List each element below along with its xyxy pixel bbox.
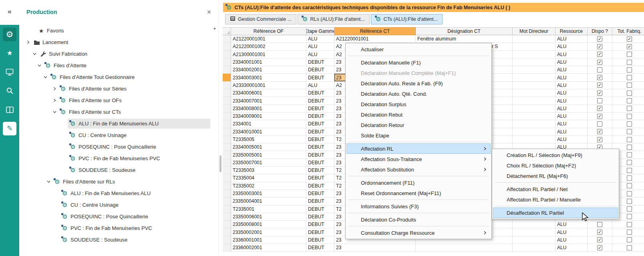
tree-item[interactable]: ⚙ALU : Fin de Fab Menuiseries ALU [19, 187, 212, 199]
signature-pen-icon[interactable]: ✎ [0, 119, 19, 138]
table-row[interactable]: A21220001001ALUA21220001001Fenêtre alumi… [223, 35, 644, 43]
menu-item[interactable]: Déclaration Auto. Reste à Fab. (F9) [346, 78, 491, 89]
row-selector[interactable] [223, 159, 231, 167]
checkbox[interactable]: ✓ [597, 52, 602, 57]
grid-vertical-scrollbar[interactable] [219, 35, 222, 256]
tree-item[interactable]: Lancement [19, 36, 212, 48]
chevron-right-icon[interactable] [25, 39, 32, 46]
scroll-up-icon[interactable]: ▲ [213, 26, 216, 30]
checkbox[interactable] [627, 145, 632, 150]
checkbox[interactable] [597, 98, 602, 103]
row-selector[interactable] [223, 213, 231, 221]
column-header[interactable]: Référence OF [231, 27, 306, 35]
favorites-star-icon[interactable]: ★ [0, 44, 19, 62]
checkbox[interactable] [627, 137, 632, 142]
tree-item[interactable]: ⚙Files d'Attente sur Séries [19, 83, 212, 95]
checkbox[interactable]: ✓ [597, 83, 602, 88]
tree-item[interactable]: ⚙ALU : Fin de Fab Menuiseries ALU [19, 118, 212, 129]
menu-item[interactable]: Informations Suivies (F3) [346, 201, 491, 212]
modules-gear-icon[interactable]: ⚙ [0, 25, 19, 44]
menu-item[interactable]: Consultation Charge Ressource [346, 228, 491, 238]
checkbox[interactable] [627, 168, 632, 173]
row-selector[interactable] [223, 89, 231, 97]
checkbox[interactable] [627, 129, 632, 134]
checkbox[interactable] [627, 175, 632, 181]
checkbox[interactable]: ✓ [597, 91, 602, 96]
checkbox[interactable] [627, 230, 632, 235]
tree-item[interactable]: ⚙CU : Centre Usinage [19, 199, 212, 211]
row-selector[interactable] [223, 58, 231, 66]
column-header[interactable]: Etape Gamme [306, 27, 334, 35]
tree-item[interactable]: ⚙PVC : Fin de Fab Menuiseries PVC [19, 153, 212, 164]
checkbox[interactable] [627, 191, 632, 196]
table-row[interactable]: 23360002001DEBUT23ALU✓ [223, 244, 644, 252]
checkbox[interactable] [627, 237, 632, 242]
row-selector[interactable] [223, 143, 231, 151]
tab-active-document[interactable]: ⚙CTs (ALU):File d'attent... [371, 14, 443, 24]
checkbox[interactable]: ✓ [627, 44, 632, 49]
checkbox[interactable] [627, 67, 632, 73]
row-selector[interactable] [223, 97, 231, 105]
checkbox[interactable] [627, 75, 632, 80]
row-selector[interactable] [223, 228, 231, 236]
scrollbar-thumb[interactable] [219, 155, 221, 172]
checkbox[interactable] [597, 67, 602, 73]
tree-item[interactable]: ⚙Files d'Attente sur OFs [19, 95, 212, 106]
tree-item[interactable]: ⚙CU : Centre Usinage [19, 129, 212, 141]
checkbox[interactable]: ✓ [597, 237, 602, 242]
column-header[interactable]: Désignation CT [416, 27, 513, 35]
checkbox[interactable]: ✓ [597, 60, 602, 65]
tree-item[interactable]: ⚙PVC : Fin de Fab Menuiseries PVC [19, 222, 212, 234]
tree-item[interactable]: ⚙Files d'Attente Tout Gestionnaire [19, 71, 212, 83]
tree-item[interactable]: ⚙POSEQUINC : Pose Quincaillerie [19, 211, 212, 222]
column-header[interactable]: Mot Directeur [513, 27, 555, 35]
checkbox[interactable]: ✓ [597, 36, 602, 42]
checkbox[interactable]: ✓ [627, 36, 632, 42]
chevron-down-icon[interactable] [42, 74, 49, 81]
chevron-right-icon[interactable] [51, 85, 58, 92]
menu-item[interactable]: Déclaration Auto. Qté. Cond. [346, 89, 491, 99]
row-selector[interactable] [223, 136, 231, 143]
tree-item[interactable]: ⚙Files d'Attente sur RLs [19, 176, 212, 187]
row-selector[interactable] [223, 190, 231, 198]
tree-item[interactable]: ⚙Files d'Attente [19, 60, 212, 71]
tree-item[interactable]: ⚙SOUDEUSE : Soudeuse [19, 164, 212, 176]
menu-item[interactable]: Affectation RL Partiel / Net [493, 184, 618, 194]
row-selector[interactable] [223, 66, 231, 74]
row-selector[interactable] [223, 74, 231, 81]
row-selector[interactable] [223, 236, 231, 244]
checkbox[interactable]: ✓ [597, 129, 602, 134]
column-header[interactable]: Référence CT [334, 27, 416, 35]
row-selector[interactable] [223, 105, 231, 113]
checkbox[interactable]: ✓ [597, 230, 602, 235]
checkbox[interactable] [627, 183, 632, 188]
menu-item[interactable]: Affectation RL Partiel / Manuelle [493, 194, 618, 205]
checkbox[interactable] [627, 60, 632, 65]
checkbox[interactable] [627, 91, 632, 96]
checkbox[interactable] [627, 52, 632, 57]
row-selector[interactable] [223, 198, 231, 205]
checkbox[interactable] [627, 214, 632, 219]
checkbox[interactable]: ✓ [597, 137, 602, 142]
checkbox[interactable] [627, 222, 632, 227]
menu-item[interactable]: Affectation Substitution [346, 164, 491, 175]
column-header[interactable]: Ressource [555, 27, 588, 35]
menu-item[interactable]: Déclaration Rebut [346, 109, 491, 120]
row-selector[interactable] [223, 244, 231, 252]
select-all-corner[interactable] [223, 27, 231, 35]
checkbox[interactable] [627, 106, 632, 111]
monitor-icon[interactable] [0, 62, 19, 81]
row-selector[interactable] [223, 182, 231, 190]
tree-item[interactable]: ⚙Files d'Attente sur CTs [19, 106, 212, 118]
columns-icon[interactable] [0, 100, 19, 119]
chevron-down-icon[interactable] [31, 50, 38, 57]
menu-item[interactable]: Affectation RL [346, 143, 491, 154]
row-selector[interactable] [223, 35, 231, 43]
chevron-right-icon[interactable] [51, 97, 58, 104]
row-selector[interactable] [223, 167, 231, 174]
column-header[interactable]: Dispo ? [588, 27, 612, 35]
menu-item[interactable]: Ordonnancement (F11) [346, 177, 491, 188]
row-selector[interactable] [223, 128, 231, 136]
sidebar-scrollbar[interactable]: ▲ [212, 26, 217, 30]
menu-item[interactable]: Détachement RL (Maj+F6) [493, 171, 618, 181]
